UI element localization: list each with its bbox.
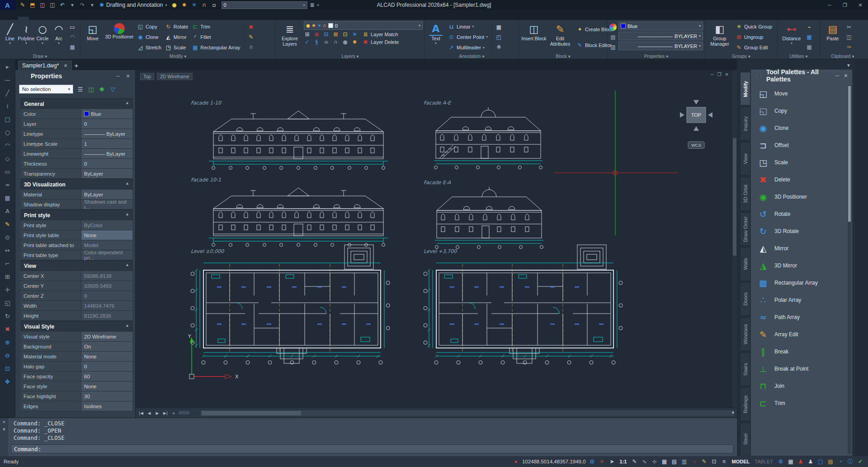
draw-mini-icon[interactable]: ▦ bbox=[69, 43, 76, 51]
linetype-dropdown[interactable]: ——————— BYLAYER ▾ bbox=[618, 32, 703, 40]
palette-tab[interactable]: Stairs bbox=[740, 353, 750, 386]
left-tool-icon[interactable]: ⊙ bbox=[3, 233, 12, 242]
modify-tool-button[interactable]: ◉ Clone bbox=[136, 32, 163, 42]
annotation-mini-icon[interactable]: ❋ bbox=[495, 43, 502, 51]
layout-tab[interactable] bbox=[189, 411, 198, 415]
group-manager-button[interactable]: ◧ Group Manager bbox=[707, 21, 732, 53]
status-toggle-icon[interactable]: ⊹ bbox=[651, 457, 659, 466]
status-toggle-icon[interactable]: ∿ bbox=[641, 457, 649, 466]
left-tool-icon[interactable]: ⊖ bbox=[3, 351, 12, 360]
quick-access-icon[interactable]: ↶ bbox=[59, 1, 66, 9]
property-row[interactable]: View ▲ bbox=[21, 260, 132, 271]
layer-tool-icon[interactable]: ✓ bbox=[304, 38, 311, 45]
property-row[interactable]: Background On ▲ bbox=[21, 342, 132, 352]
layer-toggle-icon[interactable]: ● bbox=[171, 1, 178, 9]
panel-label-block[interactable]: Block▾ bbox=[519, 53, 607, 59]
view-cube-arrow-right[interactable] bbox=[708, 112, 712, 118]
draw-tool-button[interactable]: ╱ Line ▾ bbox=[2, 21, 18, 53]
left-tool-icon[interactable]: A bbox=[3, 206, 12, 215]
property-row[interactable]: Print style ▲ bbox=[21, 210, 132, 220]
palette-item[interactable]: ⊓ Join bbox=[753, 377, 847, 395]
property-row[interactable]: Face opacity 60 ▲ bbox=[21, 372, 132, 381]
block-tool-button[interactable]: ✎ Edit Attributes bbox=[547, 21, 573, 53]
text-button[interactable]: A Text ▾ bbox=[427, 21, 445, 53]
palette-item[interactable]: ◱ Copy bbox=[753, 102, 847, 119]
status-toggle-icon[interactable]: ⊞ bbox=[588, 457, 596, 466]
palette-tab[interactable]: 3D Orbit bbox=[740, 177, 750, 210]
left-tool-icon[interactable]: ◇ bbox=[3, 154, 12, 163]
lineweight-icon[interactable]: ▥ bbox=[609, 43, 617, 51]
properties-palette-header[interactable]: ⋮⋮ Properties ─ ✕ bbox=[15, 70, 135, 82]
view-cube-arrow-down[interactable] bbox=[693, 126, 699, 131]
status-toggle-icon[interactable]: ✔ bbox=[856, 457, 864, 466]
status-toggle-icon[interactable]: ▤ bbox=[826, 457, 835, 466]
left-tool-icon[interactable]: ✥ bbox=[3, 377, 12, 386]
left-tool-icon[interactable]: ▸ bbox=[3, 62, 12, 71]
left-tool-icon[interactable]: ↔ bbox=[3, 246, 12, 255]
modify-tool-button[interactable]: ⊏ Trim bbox=[190, 21, 241, 32]
panel-label-properties[interactable]: Properties▾ bbox=[608, 53, 705, 59]
modify-tool-button[interactable]: ◜ Fillet bbox=[190, 32, 241, 42]
palette-item[interactable]: ◮ 3D Mirror bbox=[753, 257, 847, 274]
left-tool-icon[interactable]: ✖ bbox=[3, 324, 12, 334]
utility-icon[interactable]: ▦ bbox=[806, 33, 813, 41]
left-tool-icon[interactable]: ⊡ bbox=[3, 364, 12, 373]
vertical-scrollbar[interactable] bbox=[732, 70, 737, 408]
palette-tab[interactable]: Draw Order bbox=[740, 212, 750, 246]
status-toggle-icon[interactable]: ≡ bbox=[720, 457, 728, 466]
model-space-toggle[interactable]: MODEL bbox=[731, 459, 751, 464]
palette-tab[interactable]: Windows bbox=[740, 317, 750, 351]
left-tool-icon[interactable]: ▭ bbox=[3, 167, 12, 176]
block-tool-button[interactable]: ◫ Insert Block bbox=[521, 21, 547, 53]
palette-item[interactable]: ↺ Rotate bbox=[753, 205, 847, 223]
ribbon-tab[interactable] bbox=[65, 17, 76, 20]
property-row[interactable]: Halo gap 0 ▲ bbox=[21, 362, 132, 372]
ribbon-tab[interactable] bbox=[159, 17, 170, 20]
auto-hide-icon[interactable]: ▼ bbox=[846, 63, 851, 68]
layer-tool-icon[interactable]: ⊟ bbox=[323, 31, 330, 38]
annotation-mini-icon[interactable]: ◰ bbox=[495, 33, 502, 41]
left-tool-icon[interactable]: ≈ bbox=[3, 180, 12, 189]
palette-item[interactable]: ◱ Move bbox=[753, 85, 847, 102]
ribbon-tab[interactable] bbox=[124, 17, 135, 20]
left-tool-icon[interactable]: ✎ bbox=[3, 219, 12, 229]
left-tool-icon[interactable]: ◠ bbox=[3, 141, 12, 150]
left-tool-icon[interactable]: ▦ bbox=[3, 193, 12, 202]
section-collapse-icon[interactable]: ▲ bbox=[123, 261, 132, 271]
color-wheel-icon[interactable] bbox=[609, 24, 617, 31]
quick-access-icon[interactable]: ⬒ bbox=[29, 1, 36, 9]
layer-match-button[interactable]: ≣ Layer Match bbox=[361, 31, 400, 38]
status-toggle-icon[interactable]: ▤ bbox=[670, 457, 679, 466]
horizontal-scrollbar[interactable]: ▼ bbox=[201, 410, 734, 416]
view-cube[interactable]: TOP bbox=[680, 100, 712, 131]
quick-access-icon[interactable]: ◫ bbox=[39, 1, 46, 9]
view-cube-arrow-left[interactable] bbox=[680, 112, 684, 118]
layer-tool-icon[interactable]: ≡ bbox=[323, 38, 330, 45]
viewport-style-button[interactable]: 2D Wireframe bbox=[157, 73, 193, 80]
property-row[interactable]: General ▲ bbox=[21, 98, 132, 109]
property-row[interactable]: Shadow display Shadows cast and r... ▲ bbox=[21, 200, 132, 210]
linetype-icon[interactable]: ▤ bbox=[609, 33, 617, 41]
section-collapse-icon[interactable]: ▲ bbox=[123, 210, 132, 220]
palette-tab[interactable]: Inquiry bbox=[740, 107, 750, 140]
quick-access-icon[interactable]: ↷ bbox=[79, 1, 86, 9]
modify-tool-button[interactable]: ◱ Copy bbox=[136, 21, 163, 32]
ribbon-tab[interactable] bbox=[112, 17, 123, 20]
property-row[interactable]: Edges Isolines ▲ bbox=[21, 401, 132, 411]
section-collapse-icon[interactable]: ▲ bbox=[123, 321, 132, 332]
status-toggle-icon[interactable]: ▥ bbox=[680, 457, 689, 466]
left-tool-icon[interactable]: ✛ bbox=[3, 285, 12, 294]
property-row[interactable]: Height 81190.2836 ▲ bbox=[21, 311, 132, 321]
layout-tab[interactable] bbox=[179, 411, 189, 415]
layer-dropdown[interactable]: ● ✹ ✳ ∩ 0 ▾ bbox=[304, 21, 423, 30]
selection-tool-icon[interactable]: ✱ bbox=[98, 86, 106, 93]
layer-tool-icon[interactable]: ⊞ bbox=[304, 31, 311, 38]
palette-item[interactable]: ∴ Polar Array bbox=[753, 291, 847, 309]
quick-access-icon[interactable]: ✎ bbox=[19, 1, 26, 9]
layer-delete-button[interactable]: ✖ Layer Delete bbox=[361, 38, 400, 45]
panel-label-annotation[interactable]: Annotation▾ bbox=[425, 53, 519, 59]
tablet-toggle[interactable]: TABLET bbox=[753, 459, 774, 464]
layer-tool-icon[interactable]: ✹ bbox=[351, 38, 358, 45]
status-toggle-icon[interactable]: ✎ bbox=[700, 457, 708, 466]
annotation-scale[interactable]: 1:1 bbox=[618, 459, 628, 464]
